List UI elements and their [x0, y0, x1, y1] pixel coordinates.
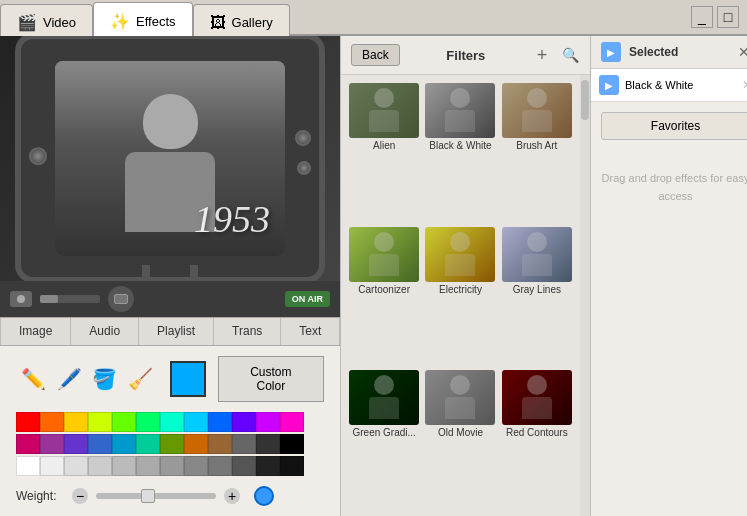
- search-filters-icon[interactable]: 🔍: [560, 45, 580, 65]
- selected-title: Selected: [629, 45, 738, 59]
- tv-knob-right-top[interactable]: [295, 130, 311, 146]
- tab-audio[interactable]: Audio: [71, 318, 139, 345]
- color-cell[interactable]: [184, 456, 208, 476]
- color-cell[interactable]: [208, 412, 232, 432]
- filter-label-electric: Electricity: [439, 284, 482, 295]
- fill-tool[interactable]: 🪣: [87, 361, 123, 397]
- tab-gallery[interactable]: 🖼 Gallery: [193, 4, 290, 40]
- color-cell[interactable]: [64, 434, 88, 454]
- filter-item-cartoon[interactable]: Cartoonizer: [349, 227, 419, 365]
- record-btn[interactable]: [10, 291, 32, 307]
- tab-text[interactable]: Text: [281, 318, 340, 345]
- color-cell[interactable]: [256, 412, 280, 432]
- color-cell[interactable]: [280, 434, 304, 454]
- color-cell[interactable]: [208, 434, 232, 454]
- pen-tool[interactable]: 🖊️: [52, 361, 88, 397]
- gallery-tab-label: Gallery: [232, 15, 273, 30]
- color-cell[interactable]: [88, 456, 112, 476]
- color-cell[interactable]: [160, 456, 184, 476]
- add-filter-icon[interactable]: +: [532, 45, 552, 65]
- slider-thumb[interactable]: [141, 489, 155, 503]
- timeline-bar[interactable]: [40, 295, 100, 303]
- active-color-swatch[interactable]: [170, 361, 206, 397]
- filter-item-electric[interactable]: Electricity: [425, 227, 495, 365]
- year-text: 1953: [194, 197, 270, 241]
- color-cell[interactable]: [16, 434, 40, 454]
- color-cell[interactable]: [112, 434, 136, 454]
- color-cell[interactable]: [40, 434, 64, 454]
- color-cell[interactable]: [232, 434, 256, 454]
- window-minimize-btn[interactable]: _: [691, 6, 713, 28]
- color-cell[interactable]: [232, 412, 256, 432]
- tab-effects[interactable]: ✨ Effects: [93, 2, 193, 40]
- color-cell[interactable]: [160, 434, 184, 454]
- filter-item-gray[interactable]: Gray Lines: [502, 227, 572, 365]
- filter-thumb-brush: [502, 83, 572, 138]
- color-cell[interactable]: [16, 456, 40, 476]
- color-cell[interactable]: [280, 456, 304, 476]
- color-cell[interactable]: [136, 434, 160, 454]
- color-cell[interactable]: [16, 412, 40, 432]
- color-cell[interactable]: [280, 412, 304, 432]
- filter-item-old[interactable]: Old Movie: [425, 370, 495, 508]
- tv-knob-right-bottom[interactable]: [297, 161, 311, 175]
- filter-item-green[interactable]: Green Gradi...: [349, 370, 419, 508]
- pencil-tool[interactable]: ✏️: [16, 361, 52, 397]
- filter-thumb-electric: [425, 227, 495, 282]
- color-cell[interactable]: [112, 456, 136, 476]
- color-cell[interactable]: [184, 434, 208, 454]
- eraser-tool[interactable]: 🧹: [123, 361, 159, 397]
- filter-label-red: Red Contours: [506, 427, 568, 438]
- color-cell[interactable]: [40, 456, 64, 476]
- video-tab-label: Video: [43, 15, 76, 30]
- selected-item-label: Black & White: [625, 79, 742, 91]
- filter-item-brush[interactable]: Brush Art: [502, 83, 572, 221]
- remove-selected-item-icon[interactable]: ✕: [742, 78, 747, 92]
- color-cell[interactable]: [64, 412, 88, 432]
- filters-header: Back Filters + 🔍: [341, 36, 590, 75]
- color-cell[interactable]: [160, 412, 184, 432]
- weight-increase-btn[interactable]: +: [224, 488, 240, 504]
- weight-decrease-btn[interactable]: −: [72, 488, 88, 504]
- selected-item: ▶ Black & White ✕: [591, 69, 747, 102]
- filter-label-green: Green Gradi...: [352, 427, 415, 438]
- filter-item-bw[interactable]: Black & White: [425, 83, 495, 221]
- camera-snap-btn[interactable]: [108, 286, 134, 312]
- filters-grid: AlienBlack & WhiteBrush ArtCartoonizerEl…: [341, 75, 580, 516]
- tab-video[interactable]: 🎬 Video: [0, 4, 93, 40]
- color-cell[interactable]: [136, 412, 160, 432]
- tv-knob-left[interactable]: [29, 147, 47, 165]
- gallery-tab-icon: 🖼: [210, 14, 226, 32]
- color-cell[interactable]: [208, 456, 232, 476]
- filters-scrollbar[interactable]: [581, 80, 589, 120]
- filters-title: Filters: [408, 48, 524, 63]
- color-cell[interactable]: [64, 456, 88, 476]
- color-cell[interactable]: [256, 434, 280, 454]
- filter-item-red[interactable]: Red Contours: [502, 370, 572, 508]
- tab-playlist[interactable]: Playlist: [139, 318, 214, 345]
- tab-image[interactable]: Image: [0, 318, 71, 345]
- back-button[interactable]: Back: [351, 44, 400, 66]
- favorites-button[interactable]: Favorites: [601, 112, 747, 140]
- weight-label: Weight:: [16, 489, 64, 503]
- color-cell[interactable]: [136, 456, 160, 476]
- color-cell[interactable]: [184, 412, 208, 432]
- color-cell[interactable]: [88, 412, 112, 432]
- custom-color-button[interactable]: Custom Color: [218, 356, 324, 402]
- filter-item-alien[interactable]: Alien: [349, 83, 419, 221]
- tab-trans[interactable]: Trans: [214, 318, 281, 345]
- selected-panel: ▶ Selected ✕ ▶ Black & White ✕ Favorites…: [590, 36, 747, 516]
- filter-label-gray: Gray Lines: [513, 284, 561, 295]
- close-selected-icon[interactable]: ✕: [738, 44, 747, 60]
- filter-thumb-alien: [349, 83, 419, 138]
- selected-panel-icon: ▶: [601, 42, 621, 62]
- window-maximize-btn[interactable]: □: [717, 6, 739, 28]
- color-cell[interactable]: [256, 456, 280, 476]
- weight-slider[interactable]: [96, 493, 216, 499]
- color-cell[interactable]: [88, 434, 112, 454]
- filters-panel: Back Filters + 🔍 AlienBlack & WhiteBrush…: [340, 36, 590, 516]
- color-cell[interactable]: [112, 412, 136, 432]
- color-cell[interactable]: [232, 456, 256, 476]
- color-cell[interactable]: [40, 412, 64, 432]
- filter-label-bw: Black & White: [429, 140, 491, 151]
